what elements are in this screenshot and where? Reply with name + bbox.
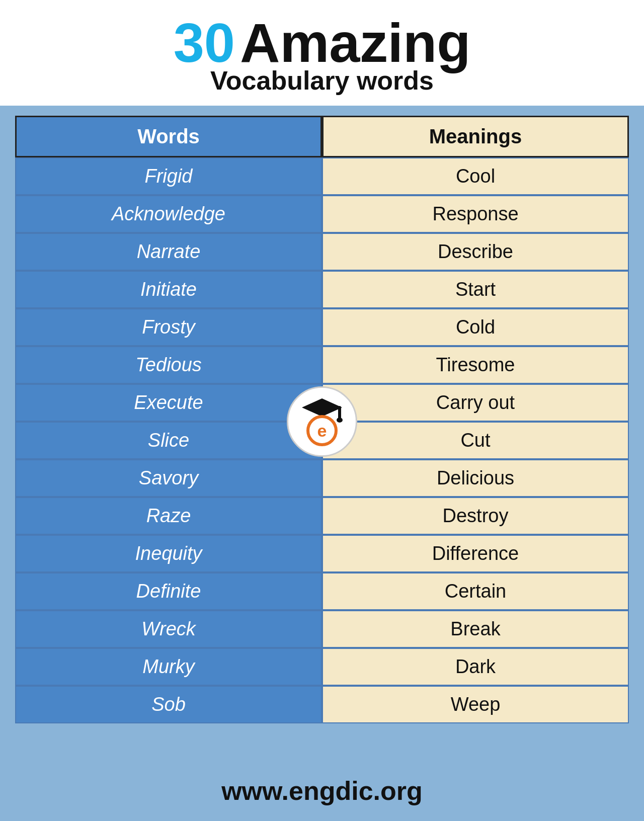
meaning-cell: Break (322, 610, 629, 648)
word-cell: Initiate (15, 271, 322, 308)
meaning-cell: Carry out (322, 384, 629, 422)
svg-point-3 (337, 418, 343, 423)
table-row: RazeDestroy (15, 497, 629, 535)
meaning-cell: Tiresome (322, 346, 629, 384)
word-cell: Raze (15, 497, 322, 535)
meaning-cell: Delicious (322, 459, 629, 497)
table-row: AcknowledgeResponse (15, 195, 629, 233)
table-row: InitiateStart (15, 271, 629, 308)
meaning-cell: Certain (322, 572, 629, 610)
word-cell: Inequity (15, 535, 322, 572)
title-number: 30 (174, 15, 235, 70)
table-row: FrigidCool (15, 157, 629, 195)
word-cell: Slice (15, 422, 322, 459)
title-subtitle: Vocabulary words (210, 65, 434, 96)
logo-overlay: e (287, 386, 357, 457)
table-row: MurkyDark (15, 648, 629, 686)
meaning-cell: Dark (322, 648, 629, 686)
table-row: SavoryDelicious (15, 459, 629, 497)
table-row: InequityDifference (15, 535, 629, 572)
word-cell: Sob (15, 686, 322, 723)
meaning-cell: Weep (322, 686, 629, 723)
word-cell: Frosty (15, 308, 322, 346)
table-row: NarrateDescribe (15, 233, 629, 271)
meaning-cell: Cold (322, 308, 629, 346)
meaning-cell: Difference (322, 535, 629, 572)
meaning-cell: Start (322, 271, 629, 308)
meaning-cell: Response (322, 195, 629, 233)
word-cell: Acknowledge (15, 195, 322, 233)
meaning-cell: Destroy (322, 497, 629, 535)
word-cell: Tedious (15, 346, 322, 384)
table-row: WreckBreak (15, 610, 629, 648)
word-cell: Execute (15, 384, 322, 422)
table-row: DefiniteCertain (15, 572, 629, 610)
word-cell: Wreck (15, 610, 322, 648)
title-amazing: Amazing (240, 15, 470, 70)
svg-text:e: e (317, 421, 327, 440)
meaning-cell: Cut (322, 422, 629, 459)
column-header-meanings: Meanings (322, 116, 629, 157)
word-cell: Frigid (15, 157, 322, 195)
table-row: SobWeep (15, 686, 629, 723)
column-header-words: Words (15, 116, 322, 157)
footer-url: www.engdic.org (0, 776, 644, 806)
word-cell: Murky (15, 648, 322, 686)
table-row: FrostyCold (15, 308, 629, 346)
table-row: TediousTiresome (15, 346, 629, 384)
word-cell: Definite (15, 572, 322, 610)
meaning-cell: Cool (322, 157, 629, 195)
word-cell: Narrate (15, 233, 322, 271)
word-cell: Savory (15, 459, 322, 497)
meaning-cell: Describe (322, 233, 629, 271)
